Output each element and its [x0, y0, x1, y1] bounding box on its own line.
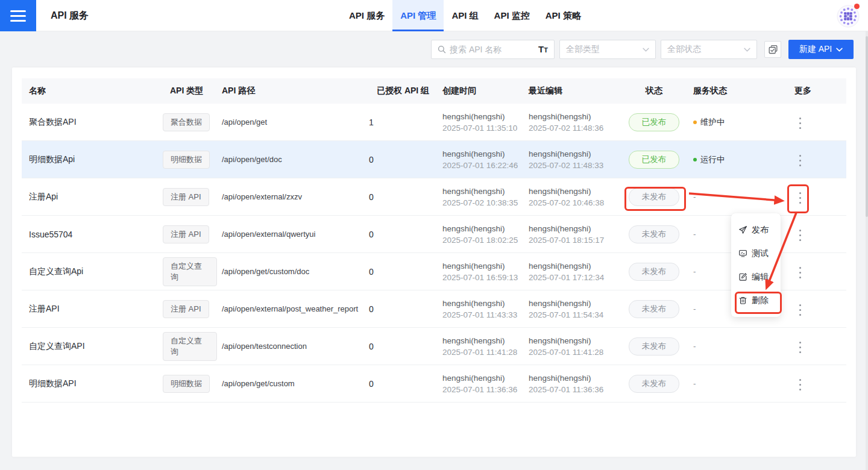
- more-actions-button[interactable]: [796, 337, 805, 357]
- status-badge: 未发布: [629, 263, 679, 281]
- api-type-badge: 聚合数据: [163, 113, 210, 131]
- edited-by: hengshi(hengshi): [529, 186, 621, 197]
- created-cell: hengshi(hengshi) 2025-07-01 16:22:46: [437, 148, 524, 171]
- more-actions-button[interactable]: [796, 188, 805, 207]
- api-path: /api/open/get: [217, 118, 368, 127]
- api-type-badge: 注册 API: [163, 225, 209, 243]
- authorized-group-count: 0: [368, 192, 437, 202]
- edited-by: hengshi(hengshi): [529, 148, 621, 160]
- menu-item-test[interactable]: 测试: [731, 242, 781, 265]
- paper-plane-icon: [738, 225, 747, 234]
- edited-cell: hengshi(hengshi) 2025-07-02 11:48:33: [524, 148, 621, 171]
- app-logo[interactable]: [835, 4, 861, 29]
- tab-api-monitor[interactable]: API 监控: [486, 0, 538, 31]
- more-actions-button[interactable]: [796, 375, 805, 394]
- api-path: /api/open/external/zxzv: [217, 192, 368, 201]
- edited-cell: hengshi(hengshi) 2025-07-01 17:12:34: [524, 260, 621, 283]
- hamburger-menu-button[interactable]: [0, 0, 36, 31]
- col-header-service: 服务状态: [687, 86, 778, 96]
- authorized-group-count: 0: [368, 342, 437, 351]
- match-case-icon[interactable]: TT: [538, 45, 548, 54]
- tab-api-policy[interactable]: API 策略: [538, 0, 589, 31]
- status-badge: 已发布: [629, 151, 679, 169]
- service-status-text: 运行中: [700, 154, 725, 165]
- tab-bar: API 服务 API 管理 API 组 API 监控 API 策略: [341, 0, 589, 31]
- type-filter-value: 全部类型: [566, 44, 600, 55]
- edited-cell: hengshi(hengshi) 2025-07-01 11:54:34: [524, 298, 621, 321]
- status-filter-select[interactable]: 全部状态: [661, 40, 757, 59]
- edited-by: hengshi(hengshi): [529, 111, 621, 122]
- created-by: hengshi(hengshi): [442, 148, 524, 160]
- tab-api-group[interactable]: API 组: [444, 0, 486, 31]
- trash-icon: [738, 296, 747, 305]
- authorized-group-count: 0: [368, 304, 437, 314]
- table-body: 聚合数据API 聚合数据 /api/open/get 1 hengshi(hen…: [22, 104, 846, 403]
- table-row: Issue55704 注册 API /api/open/external/qwe…: [22, 216, 846, 253]
- created-by: hengshi(hengshi): [442, 260, 524, 272]
- search-input[interactable]: [450, 45, 535, 54]
- created-at: 2025-07-02 10:38:35: [442, 197, 524, 208]
- service-status: 运行中: [687, 154, 778, 165]
- edited-cell: hengshi(hengshi) 2025-07-01 11:41:28: [524, 335, 621, 358]
- toolbar: TT 全部类型 全部状态 新建 API: [431, 40, 856, 59]
- created-by: hengshi(hengshi): [442, 335, 524, 346]
- service-status-text: 维护中: [700, 117, 725, 128]
- edited-at: 2025-07-02 10:46:38: [529, 197, 621, 208]
- api-name: 自定义查询API: [22, 341, 163, 352]
- created-cell: hengshi(hengshi) 2025-07-01 18:02:25: [437, 223, 524, 246]
- tab-api-service[interactable]: API 服务: [341, 0, 392, 31]
- col-header-groups: 已授权 API 组: [368, 86, 437, 96]
- api-type-badge: 自定义查询: [163, 332, 217, 361]
- api-name: 聚合数据API: [22, 117, 163, 128]
- col-header-created: 创建时间: [437, 86, 524, 96]
- created-cell: hengshi(hengshi) 2025-07-02 10:38:35: [437, 186, 524, 208]
- more-actions-button[interactable]: [796, 300, 805, 319]
- created-by: hengshi(hengshi): [442, 223, 524, 234]
- api-type-badge: 注册 API: [163, 300, 209, 318]
- edited-by: hengshi(hengshi): [529, 298, 621, 309]
- menu-item-edit[interactable]: 编辑: [731, 265, 781, 289]
- menu-item-publish[interactable]: 发布: [731, 218, 781, 242]
- api-table-card: 名称 API 类型 API 路径 已授权 API 组 创建时间 最近编辑 状态 …: [12, 67, 856, 457]
- created-at: 2025-07-01 11:43:33: [442, 309, 524, 321]
- tab-api-management[interactable]: API 管理: [392, 0, 444, 31]
- edited-at: 2025-07-01 11:54:34: [529, 309, 621, 321]
- more-actions-button[interactable]: [796, 263, 805, 282]
- col-header-more: 更多: [778, 86, 839, 96]
- created-by: hengshi(hengshi): [442, 186, 524, 197]
- page-title: API 服务: [51, 0, 89, 31]
- service-status: -: [687, 192, 778, 201]
- vertical-scrollbar[interactable]: [866, 31, 868, 470]
- created-at: 2025-07-01 18:02:25: [442, 234, 524, 246]
- edited-at: 2025-07-02 11:48:36: [529, 122, 621, 134]
- service-status-dot: [693, 121, 697, 124]
- edited-at: 2025-07-02 11:48:33: [529, 160, 621, 171]
- notification-dot: [854, 4, 860, 9]
- type-filter-select[interactable]: 全部类型: [559, 40, 656, 59]
- status-badge: 未发布: [629, 375, 679, 393]
- created-cell: hengshi(hengshi) 2025-07-01 11:35:10: [437, 111, 524, 134]
- more-actions-button[interactable]: [796, 225, 805, 245]
- edited-cell: hengshi(hengshi) 2025-07-02 10:46:38: [524, 186, 621, 208]
- api-type-badge: 自定义查询: [163, 257, 217, 286]
- status-badge: 已发布: [629, 113, 679, 131]
- created-at: 2025-07-01 11:36:36: [442, 384, 524, 395]
- api-path: /api/open/get/custom/doc: [217, 267, 368, 276]
- authorized-group-count: 0: [368, 379, 437, 389]
- more-actions-button[interactable]: [796, 151, 805, 170]
- scrollbar-thumb[interactable]: [866, 36, 868, 217]
- api-type-badge: 明细数据: [163, 375, 210, 393]
- search-box[interactable]: TT: [431, 40, 555, 59]
- api-table: 名称 API 类型 API 路径 已授权 API 组 创建时间 最近编辑 状态 …: [22, 78, 846, 403]
- menu-item-delete[interactable]: 删除: [731, 289, 781, 312]
- table-row: 注册API 注册 API /api/open/external/post_wea…: [22, 290, 846, 328]
- chevron-down-icon: [744, 48, 750, 52]
- new-api-button[interactable]: 新建 API: [788, 40, 854, 59]
- col-header-edited: 最近编辑: [524, 86, 621, 96]
- batch-select-button[interactable]: [764, 41, 781, 58]
- more-actions-button[interactable]: [796, 113, 805, 133]
- service-status: 维护中: [687, 117, 778, 128]
- service-status: -: [687, 379, 778, 388]
- api-path: /api/open/testconnection: [217, 342, 368, 351]
- service-status-text: -: [693, 230, 696, 239]
